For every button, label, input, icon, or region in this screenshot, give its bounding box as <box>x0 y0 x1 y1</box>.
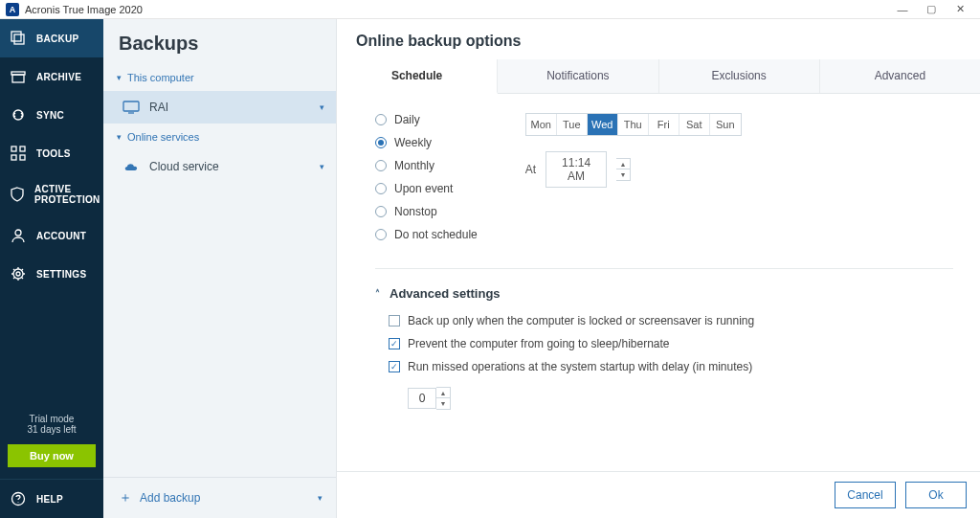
cancel-button[interactable]: Cancel <box>835 482 896 508</box>
time-spinner: ▲ ▼ <box>616 158 631 181</box>
dialog-footer: Cancel Ok <box>337 471 980 518</box>
page-title: Online backup options <box>337 19 980 59</box>
radio-monthly[interactable]: Monthly <box>375 159 478 172</box>
radio-upon-event[interactable]: Upon event <box>375 182 478 195</box>
time-down-button[interactable]: ▼ <box>616 169 630 180</box>
tree-title: Backups <box>103 19 336 64</box>
nav-help[interactable]: HELP <box>0 479 103 518</box>
tab-schedule[interactable]: Schedule <box>337 59 498 94</box>
minimize-button[interactable]: — <box>888 1 917 18</box>
svg-rect-12 <box>123 101 139 111</box>
add-backup-label: Add backup <box>140 491 200 505</box>
backup-icon <box>10 31 27 46</box>
nav-sidebar: BACKUP ARCHIVE SYNC TOOLS ACTIVE PROTECT… <box>0 19 103 518</box>
time-input[interactable]: 11:14 AM <box>546 151 607 188</box>
tree-item-label: RAI <box>149 101 168 114</box>
nav-label: ARCHIVE <box>36 72 81 82</box>
day-sun[interactable]: Sun <box>710 114 741 135</box>
nav-archive[interactable]: ARCHIVE <box>0 57 103 96</box>
check-run-missed[interactable]: Run missed operations at the system star… <box>389 360 953 373</box>
svg-point-10 <box>16 272 20 276</box>
add-backup-button[interactable]: ＋ Add backup ▾ <box>103 477 336 518</box>
close-button[interactable]: ✕ <box>946 1 974 18</box>
maximize-button[interactable]: ▢ <box>917 1 946 18</box>
archive-icon <box>10 69 27 84</box>
svg-rect-4 <box>11 146 16 151</box>
chevron-down-icon[interactable]: ▾ <box>320 162 324 171</box>
divider <box>375 268 953 269</box>
check-backup-when-locked[interactable]: Back up only when the computer is locked… <box>389 314 953 327</box>
day-mon[interactable]: Mon <box>526 114 557 135</box>
nav-label: ACTIVE PROTECTION <box>34 184 100 205</box>
app-icon: A <box>6 3 19 16</box>
check-label: Back up only when the computer is locked… <box>408 314 754 327</box>
radio-nonstop[interactable]: Nonstop <box>375 205 478 218</box>
tree-item-rai[interactable]: RAI ▾ <box>103 91 336 124</box>
checkbox-icon <box>389 361 400 372</box>
check-prevent-sleep[interactable]: Prevent the computer from going to sleep… <box>389 337 953 350</box>
tools-icon <box>10 146 27 161</box>
svg-rect-3 <box>12 75 24 82</box>
trial-status: Trial mode 31 days left <box>0 410 103 439</box>
tree-item-cloud[interactable]: Cloud service ▾ <box>103 150 336 183</box>
svg-point-9 <box>13 269 23 279</box>
tree-item-label: Cloud service <box>149 160 219 173</box>
shield-icon <box>10 187 25 202</box>
backup-tree-panel: Backups ▾ This computer RAI ▾ ▾ Online s… <box>103 19 337 518</box>
chevron-down-icon: ▾ <box>117 73 122 82</box>
help-icon <box>10 491 27 507</box>
radio-none[interactable]: Do not schedule <box>375 228 478 241</box>
tab-advanced[interactable]: Advanced <box>820 59 980 93</box>
nav-account[interactable]: ACCOUNT <box>0 216 103 255</box>
checkbox-icon <box>389 338 400 349</box>
nav-label: SYNC <box>36 110 64 121</box>
nav-label: TOOLS <box>36 148 71 159</box>
time-up-button[interactable]: ▲ <box>616 159 630 169</box>
radio-daily[interactable]: Daily <box>375 113 478 126</box>
day-picker: Mon Tue Wed Thu Fri Sat Sun <box>525 113 742 136</box>
tab-exclusions[interactable]: Exclusions <box>659 59 820 93</box>
advanced-settings-toggle[interactable]: ˄ Advanced settings <box>375 286 953 301</box>
delay-down-button[interactable]: ▼ <box>436 398 450 409</box>
svg-rect-6 <box>11 155 16 160</box>
radio-weekly[interactable]: Weekly <box>375 136 478 149</box>
chevron-down-icon: ▾ <box>117 132 122 142</box>
check-label: Run missed operations at the system star… <box>408 360 752 373</box>
tab-notifications[interactable]: Notifications <box>498 59 658 93</box>
plus-icon: ＋ <box>119 489 132 507</box>
chevron-down-icon[interactable]: ▾ <box>318 493 323 503</box>
chevron-up-icon: ˄ <box>375 288 380 299</box>
titlebar: A Acronis True Image 2020 — ▢ ✕ <box>0 0 980 19</box>
tree-section-label: Online services <box>127 131 199 143</box>
buy-now-button[interactable]: Buy now <box>8 444 96 467</box>
day-fri[interactable]: Fri <box>649 114 679 135</box>
account-icon <box>10 228 27 243</box>
tree-section-online[interactable]: ▾ Online services <box>103 124 336 150</box>
nav-active-protection[interactable]: ACTIVE PROTECTION <box>0 172 103 216</box>
nav-label: ACCOUNT <box>36 231 86 241</box>
nav-sync[interactable]: SYNC <box>0 96 103 134</box>
svg-rect-5 <box>20 146 25 151</box>
delay-input[interactable]: 0 <box>408 388 436 409</box>
delay-up-button[interactable]: ▲ <box>436 388 450 398</box>
svg-point-8 <box>15 230 21 236</box>
nav-label: SETTINGS <box>36 269 86 280</box>
day-tue[interactable]: Tue <box>557 114 588 135</box>
ok-button[interactable]: Ok <box>905 482 967 508</box>
nav-backup[interactable]: BACKUP <box>0 19 103 57</box>
tree-section-this-computer[interactable]: ▾ This computer <box>103 64 336 91</box>
app-title: Acronis True Image 2020 <box>25 4 143 15</box>
delay-spinner: ▲ ▼ <box>436 387 451 410</box>
chevron-down-icon[interactable]: ▾ <box>320 102 324 112</box>
nav-settings[interactable]: SETTINGS <box>0 255 103 293</box>
check-label: Prevent the computer from going to sleep… <box>408 337 670 350</box>
day-wed[interactable]: Wed <box>588 114 618 135</box>
main-panel: Online backup options Schedule Notificat… <box>337 19 980 518</box>
checkbox-icon <box>389 315 400 327</box>
nav-label: HELP <box>36 494 63 505</box>
day-sat[interactable]: Sat <box>679 114 710 135</box>
sync-icon <box>10 107 27 123</box>
nav-tools[interactable]: TOOLS <box>0 134 103 172</box>
day-thu[interactable]: Thu <box>618 114 649 135</box>
nav-label: BACKUP <box>36 34 79 44</box>
